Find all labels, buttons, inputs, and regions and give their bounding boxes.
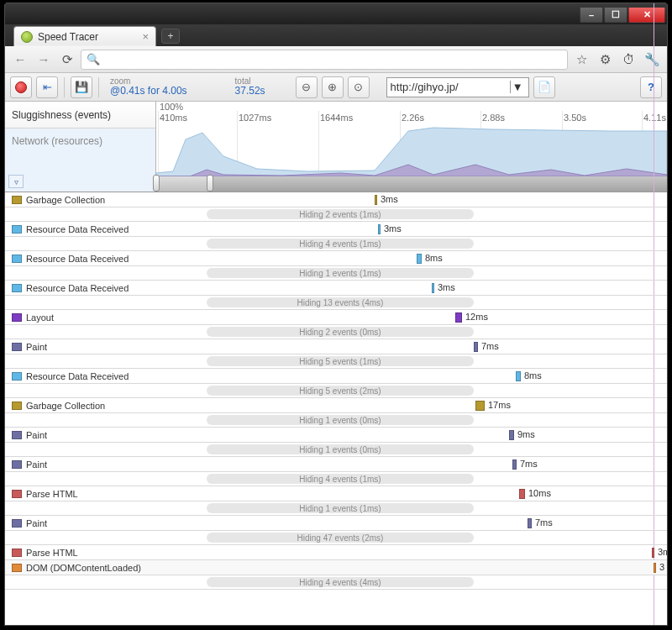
tab-strip: Speed Tracer × + [5, 24, 667, 46]
event-row[interactable]: Garbage Collection17ms [5, 398, 667, 413]
event-row[interactable]: Resource Data Received8ms [5, 251, 667, 266]
sluggishness-row[interactable]: Sluggishness (events) [5, 102, 155, 129]
event-bar [432, 283, 434, 293]
hiding-row[interactable]: Hiding 1 events (1ms) [5, 266, 667, 281]
zoom-out-button[interactable]: ⊖ [296, 76, 318, 98]
event-row[interactable]: Parse HTML3m [5, 545, 667, 560]
hiding-label: Hiding 5 events (2ms) [207, 386, 474, 396]
event-row[interactable]: DOM (DOMContentLoaded)3 [5, 560, 667, 575]
event-name: DOM (DOMContentLoaded) [26, 563, 141, 573]
event-row[interactable]: Resource Data Received8ms [5, 369, 667, 384]
record-button[interactable] [10, 76, 32, 98]
timeline-chart[interactable]: 100% 410ms1027ms1644ms2.26s2.88s3.50s4.1… [156, 102, 667, 192]
event-bar [475, 401, 485, 411]
zoom-in-button[interactable]: ⊕ [322, 76, 344, 98]
event-list[interactable]: Garbage Collection3msHiding 2 events (1m… [5, 192, 667, 625]
omnibox[interactable]: 🔍 [81, 50, 568, 70]
zoom-value: @0.41s for 4.00s [110, 86, 187, 97]
hiding-row[interactable]: Hiding 4 events (4ms) [5, 575, 667, 590]
hiding-label: Hiding 1 events (0ms) [207, 444, 474, 454]
event-bar [528, 518, 532, 528]
range-handle-left[interactable] [153, 175, 160, 192]
event-row[interactable]: Paint7ms [5, 457, 667, 472]
overview-graph [156, 123, 667, 176]
speedtracer-ext-icon[interactable]: ⏱ [618, 50, 638, 70]
extension-gear-icon[interactable]: ⚙ [595, 50, 615, 70]
reload-button[interactable]: ⟳ [57, 50, 77, 70]
event-duration: 3ms [384, 223, 402, 234]
range-slider[interactable] [156, 176, 667, 192]
tab-speed-tracer[interactable]: Speed Tracer × [13, 26, 156, 46]
hiding-label: Hiding 1 events (1ms) [207, 503, 474, 513]
hiding-row[interactable]: Hiding 47 events (2ms) [5, 531, 667, 545]
wrench-menu-button[interactable]: 🔧 [642, 50, 662, 70]
event-bar [375, 195, 377, 205]
event-bar [417, 254, 422, 264]
event-swatch-icon [12, 549, 22, 557]
bookmark-star-button[interactable]: ☆ [571, 50, 591, 70]
hiding-row[interactable]: Hiding 2 events (1ms) [5, 207, 667, 222]
timeline-overview: Sluggishness (events) Network (resources… [5, 102, 667, 192]
back-button[interactable]: ← [10, 50, 30, 70]
hiding-row[interactable]: Hiding 5 events (1ms) [5, 354, 667, 369]
tab-close-icon[interactable]: × [142, 30, 149, 43]
event-duration: 3ms [438, 282, 455, 292]
zoom-all-button[interactable]: ⊙ [348, 76, 370, 98]
total-value: 37.52s [235, 86, 265, 97]
new-tab-button[interactable]: + [161, 29, 180, 44]
timeline-tick-label: 1644ms [320, 113, 353, 123]
event-row[interactable]: Parse HTML10ms [5, 486, 667, 501]
separator [64, 77, 65, 97]
search-icon: 🔍 [87, 53, 100, 66]
event-swatch-icon [12, 431, 22, 439]
hiding-label: Hiding 1 events (1ms) [207, 268, 474, 278]
event-bar [509, 430, 514, 440]
event-row[interactable]: Resource Data Received3ms [5, 281, 667, 296]
network-row[interactable]: Network (resources) [5, 129, 155, 192]
page-url-value: http://gihyo.jp/ [391, 81, 459, 93]
maximize-button[interactable]: ☐ [604, 8, 627, 23]
hiding-row[interactable]: Hiding 2 events (0ms) [5, 325, 667, 339]
filter-button[interactable]: ▿ [8, 175, 24, 188]
event-row[interactable]: Layout12ms [5, 310, 667, 325]
report-button[interactable]: 📄 [533, 76, 555, 98]
hiding-row[interactable]: Hiding 1 events (0ms) [5, 443, 667, 457]
timeline-tick-label: 4.11s [643, 113, 666, 123]
event-duration: 7ms [481, 341, 499, 351]
event-row[interactable]: Garbage Collection3ms [5, 192, 667, 207]
hiding-label: Hiding 13 events (4ms) [207, 297, 474, 307]
event-row[interactable]: Paint9ms [5, 428, 667, 443]
help-button[interactable]: ? [640, 76, 662, 98]
chevron-down-icon[interactable]: ▼ [510, 81, 525, 93]
page-url-select[interactable]: http://gihyo.jp/ ▼ [386, 77, 529, 97]
hiding-label: Hiding 2 events (0ms) [207, 327, 474, 337]
event-duration: 12ms [465, 312, 488, 322]
save-button[interactable]: 💾 [71, 76, 92, 98]
speedtracer-toolbar: ⇤ 💾 zoom @0.41s for 4.00s total 37.52s ⊖… [5, 73, 667, 102]
reset-button[interactable]: ⇤ [36, 76, 58, 98]
event-name: Resource Data Received [26, 371, 129, 381]
event-row[interactable]: Paint7ms [5, 516, 667, 531]
hiding-row[interactable]: Hiding 1 events (1ms) [5, 501, 667, 516]
event-duration: 7ms [535, 517, 553, 528]
forward-button[interactable]: → [34, 50, 54, 70]
hiding-row[interactable]: Hiding 4 events (1ms) [5, 472, 667, 486]
close-button[interactable]: ✕ [628, 8, 665, 23]
chrome-window: – ☐ ✕ Speed Tracer × + ← → ⟳ 🔍 ☆ ⚙ ⏱ 🔧 ⇤… [4, 3, 668, 626]
event-name: Paint [26, 518, 47, 528]
event-name: Layout [26, 312, 54, 323]
event-bar [519, 489, 525, 499]
range-handle-right[interactable] [207, 175, 213, 192]
event-swatch-icon [12, 225, 22, 234]
hiding-label: Hiding 5 events (1ms) [207, 356, 474, 366]
hiding-row[interactable]: Hiding 4 events (1ms) [5, 237, 667, 251]
event-swatch-icon [12, 343, 22, 351]
event-name: Paint [26, 342, 47, 352]
event-row[interactable]: Paint7ms [5, 339, 667, 354]
minimize-button[interactable]: – [580, 8, 603, 23]
hiding-row[interactable]: Hiding 5 events (2ms) [5, 384, 667, 398]
event-swatch-icon [12, 313, 22, 322]
hiding-row[interactable]: Hiding 13 events (4ms) [5, 296, 667, 310]
event-row[interactable]: Resource Data Received3ms [5, 222, 667, 237]
hiding-row[interactable]: Hiding 1 events (0ms) [5, 413, 667, 428]
